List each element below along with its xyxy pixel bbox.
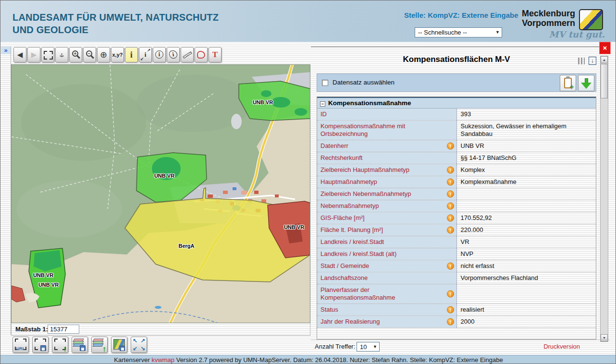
info-window-button[interactable]: ↗↙i (139, 47, 152, 62)
field-value: Komplexmaßnahme (456, 176, 596, 188)
scroll-up-icon[interactable]: ▲ (601, 56, 608, 63)
scale-bar: Maßstab 1: (11, 323, 310, 336)
scale-input[interactable] (48, 325, 79, 334)
field-value: UNB VR (456, 140, 596, 152)
max-extent-button[interactable]: ↖↗↙↘ (131, 337, 147, 353)
table-row: LandschaftszoneVorpommersches Flachland (317, 272, 596, 284)
collapse-icon[interactable]: − (320, 101, 325, 107)
field-label: Fläche lt. Planung [m²]! (317, 224, 456, 236)
select-record-checkbox[interactable] (322, 80, 328, 86)
hits-select[interactable]: 10 ▼ (357, 342, 380, 352)
center-button[interactable]: ⊕ (97, 47, 110, 62)
field-value: Vorpommersches Flachland (456, 272, 596, 284)
map-toolbar: ◀▶↔↕+−⊕x,y?i↗↙iiiT (13, 47, 222, 62)
mv-slogan: MV tut gut. (549, 29, 605, 39)
warning-icon[interactable]: ! (447, 143, 454, 150)
field-label: Hauptmaßnahmetyp! (317, 176, 456, 188)
warning-icon[interactable]: ! (447, 227, 454, 234)
warning-icon[interactable]: ! (447, 291, 454, 298)
table-row: Kompensationsmaßnahme mit Ortsbezeichnun… (317, 121, 596, 140)
field-label: Status! (317, 304, 456, 316)
sidebar-expand-button[interactable]: » (1, 47, 11, 54)
table-row: Zielbereich Hauptmaßnahmetyp!Komplex (317, 164, 596, 176)
warning-icon[interactable]: ! (447, 179, 454, 186)
field-label: ID (317, 109, 456, 121)
full-extent-button[interactable] (41, 47, 54, 62)
field-label: Planverfasser der Kompensationsmaßnahme! (317, 284, 456, 304)
info-circle-button[interactable]: i (153, 47, 166, 62)
mv-logo-icon (579, 9, 603, 30)
xy-query-button[interactable]: x,y? (111, 47, 124, 62)
mv-logo-text: Mecklenburg Vorpommern (522, 9, 575, 28)
load-extent-button[interactable]: ↑ (52, 337, 68, 353)
scrollbar-thumb[interactable] (601, 64, 608, 98)
warning-icon[interactable]: ! (447, 306, 454, 314)
field-label: Rechtsherkunft (317, 152, 456, 164)
field-label: Zielbereich Hauptmaßnahmetyp! (317, 164, 456, 176)
info-button[interactable]: i (125, 47, 138, 62)
panel-scrollbar[interactable]: ▲ ▼ (600, 56, 608, 342)
field-value (456, 188, 596, 200)
draw-polygon-button[interactable] (195, 47, 208, 62)
table-row: Status!realisiert (317, 304, 596, 316)
add-text-button[interactable]: T (209, 47, 222, 62)
warning-icon[interactable]: ! (447, 203, 454, 210)
panel-title: Kompensationsflächen M-V (317, 55, 596, 64)
field-value: §§ 14-17 BNatSchG (456, 152, 596, 164)
close-icon[interactable]: × (599, 42, 611, 54)
attribute-table: −Kompensationsmaßnahme ID393Kompensation… (317, 97, 596, 340)
field-value: 2000 (456, 316, 596, 328)
field-label: Landschaftszone (317, 272, 456, 284)
field-value: 220.000 (456, 224, 596, 236)
save-layers-button[interactable] (72, 337, 88, 353)
panel-bottom-bar: Anzahl Treffer: 10 ▼ Druckversion (311, 340, 610, 352)
field-value: realisiert (456, 304, 596, 316)
warning-icon[interactable]: ! (447, 263, 454, 270)
map-tools-bar: URL↑↑↖↗↙↘ (12, 337, 147, 353)
measure-button[interactable] (181, 47, 194, 62)
field-label: Kompensationsmaßnahme mit Ortsbezeichnun… (317, 121, 456, 140)
dock-down-icon[interactable]: ↓ (589, 57, 596, 65)
status-footer: Kartenserver kvwmap Version 2.7 powered … (0, 355, 616, 364)
map-feature-label: UNB VR (253, 99, 273, 105)
table-row: Zielbereich Nebenmaßnahmetyp! (317, 188, 596, 200)
warning-icon[interactable]: ! (447, 215, 454, 222)
field-label: GIS-Fläche [m²]! (317, 212, 456, 224)
chevron-down-icon: ▼ (373, 342, 377, 352)
extent-url-button[interactable]: URL (12, 337, 29, 353)
back-button[interactable]: ◀ (13, 47, 26, 62)
columns-icon[interactable] (578, 58, 585, 64)
save-map-image-button[interactable] (111, 337, 127, 353)
field-label: Landkreis / kreisf.Stadt (alt) (317, 248, 456, 260)
zoom-out-button[interactable]: − (83, 47, 96, 62)
warning-icon[interactable]: ! (447, 318, 454, 326)
field-value (456, 200, 596, 212)
field-label: Jahr der Realisierung! (317, 316, 456, 328)
table-row: Datenherr!UNB VR (317, 140, 596, 152)
forward-button[interactable]: ▶ (27, 47, 40, 62)
info-area-button[interactable]: i (167, 47, 180, 62)
print-version-link[interactable]: Druckversion (543, 343, 580, 350)
kvwmap-link[interactable]: kvwmap (151, 356, 174, 364)
warning-icon[interactable]: ! (447, 167, 454, 174)
table-row: Hauptmaßnahmetyp!Komplexmaßnahme (317, 176, 596, 188)
warning-icon[interactable]: ! (447, 191, 454, 198)
new-record-button[interactable]: + (560, 75, 576, 91)
table-row: Landkreis / kreisf.StadtVR (317, 236, 596, 248)
load-layers-button[interactable]: ↑ (91, 337, 108, 353)
record-select-bar: Datensatz auswählen + (317, 73, 596, 92)
map-feature-label: UNB VR (33, 272, 53, 278)
quick-search-select[interactable]: -- Schnellsuche -- ▼ (415, 27, 502, 37)
pan-button[interactable]: ↔↕ (55, 47, 68, 62)
section-title: Kompensationsmaßnahme (328, 99, 411, 107)
table-row: Landkreis / kreisf.Stadt (alt)NVP (317, 248, 596, 260)
field-label: Landkreis / kreisf.Stadt (317, 236, 456, 248)
zoom-in-button[interactable]: + (69, 47, 82, 62)
field-label: Datenherr! (317, 140, 456, 152)
hits-value: 10 (360, 343, 367, 351)
download-button[interactable] (578, 75, 594, 91)
map-feature-label: UNB VR (284, 224, 304, 230)
field-value: Komplex (456, 164, 596, 176)
save-extent-button[interactable] (32, 337, 49, 353)
map-canvas[interactable]: UNB VRUNB VRUNB VRBergAUNB VRUNB VR (11, 64, 310, 323)
